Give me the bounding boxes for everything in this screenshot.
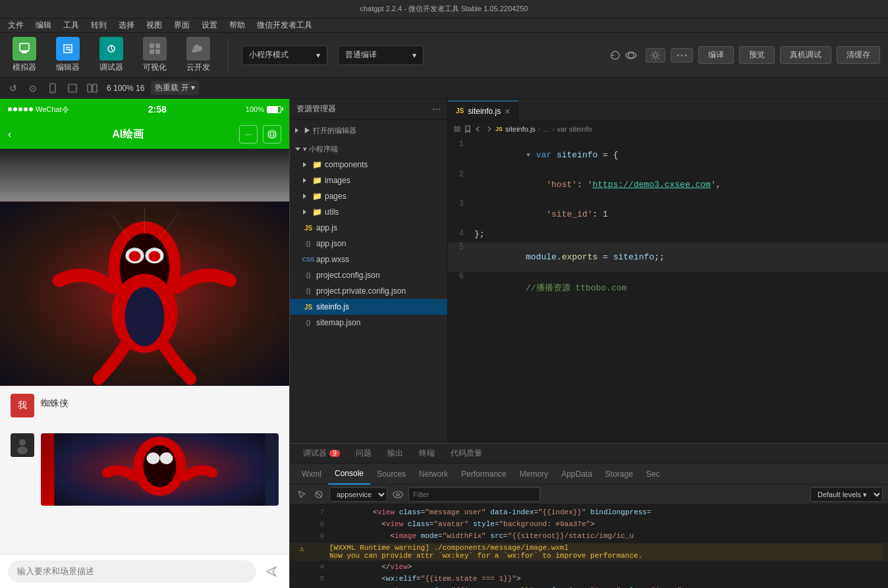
folder-components[interactable]: 📁 components xyxy=(290,157,447,173)
cloud-button[interactable]: 云开发 xyxy=(182,37,215,73)
menu-item-goto[interactable]: 转到 xyxy=(86,18,112,32)
levels-select[interactable]: Default levels ▾ xyxy=(810,487,883,502)
folder-utils[interactable]: 📁 utils xyxy=(290,204,447,220)
mode-dropdown[interactable]: 小程序模式 ▾ xyxy=(242,45,327,65)
nav-settings-button[interactable] xyxy=(263,125,281,144)
line-content-4: }; xyxy=(474,229,888,242)
open-editors-label: ▶ 打开的编辑器 xyxy=(304,126,356,136)
more-icon-btn[interactable] xyxy=(671,48,693,63)
file-more-icon[interactable]: ··· xyxy=(432,103,441,115)
svg-point-26 xyxy=(148,251,160,261)
settings-icon-btn[interactable] xyxy=(646,48,665,63)
editor-button[interactable]: 编辑器 xyxy=(51,37,84,73)
folder-images[interactable]: 📁 images xyxy=(290,173,447,188)
split-btn[interactable] xyxy=(84,80,100,96)
line-num-6: 6 xyxy=(448,272,474,304)
file-app-wxss[interactable]: CSS app.wxss xyxy=(290,252,447,267)
breadcrumb-file-icon: JS xyxy=(495,126,503,132)
console-line-5: 5 <wx:elif="{{item.state === 1}}"> xyxy=(448,574,888,585)
real-debug-button[interactable]: 真机调试 xyxy=(780,46,831,64)
visual-button[interactable]: 可视化 xyxy=(138,37,171,73)
back-button[interactable]: ↺ xyxy=(5,80,21,96)
miniapp-root-toggle[interactable]: ▾ 小程序端 xyxy=(290,141,447,157)
circle-btn[interactable]: ⊙ xyxy=(25,80,41,96)
folder-components-label: components xyxy=(325,160,368,169)
breadcrumb-bookmark-icon[interactable] xyxy=(464,125,472,133)
phone-status-bar: WeChat令 2:58 100% xyxy=(0,99,289,120)
titlebar: chatgpt 2.2.4 - 微信开发者工具 Stable 1.05.2204… xyxy=(0,0,888,18)
file-siteinfo-js[interactable]: JS siteinfo.js xyxy=(290,299,447,315)
miniapp-root-label: ▾ 小程序端 xyxy=(303,144,338,154)
preview-button[interactable]: 预览 xyxy=(739,46,775,64)
menu-item-wechat[interactable]: 微信开发者工具 xyxy=(252,18,318,32)
simulator-button[interactable]: 模拟器 xyxy=(8,37,41,73)
breadcrumb-back-icon[interactable] xyxy=(474,125,482,133)
devtools-tab-performance[interactable]: Performance xyxy=(455,464,513,485)
preview-icon[interactable] xyxy=(624,49,638,62)
menu-item-interface[interactable]: 界面 xyxy=(169,18,195,32)
tab-close-button[interactable]: × xyxy=(505,106,510,117)
compile-dropdown[interactable]: 普通编译 ▾ xyxy=(338,45,424,65)
phone-content[interactable]: 我 蜘蛛侠 xyxy=(0,149,289,554)
folder-pages-icon: 📁 xyxy=(312,191,322,201)
clear-save-button[interactable]: 清缓存 xyxy=(837,46,880,64)
devtools-tab-appdata[interactable]: AppData xyxy=(555,464,599,485)
file-project-private-config[interactable]: {} project.private.config.json xyxy=(290,283,447,299)
breadcrumb-forward-icon[interactable] xyxy=(485,125,493,133)
back-nav-button[interactable]: ‹ xyxy=(8,128,11,140)
devtools-tab-memory[interactable]: Memory xyxy=(513,464,555,485)
file-sitemap-json[interactable]: {} sitemap.json xyxy=(290,315,447,331)
devtools-tab-storage[interactable]: Storage xyxy=(599,464,640,485)
hot-reload-toggle[interactable]: 热重载 开 ▾ xyxy=(151,81,199,95)
miniapp-root-triangle xyxy=(295,147,300,151)
debugger-icon xyxy=(99,37,123,61)
breadcrumb-menu-icon[interactable] xyxy=(453,125,461,133)
svg-point-11 xyxy=(685,54,687,56)
file-sitemap-json-label: sitemap.json xyxy=(316,318,360,327)
editor-label: 编辑器 xyxy=(56,62,80,73)
bot-avatar xyxy=(11,433,34,457)
file-app-json[interactable]: {} app.json xyxy=(290,236,447,252)
bottom-tab-quality-label: 代码质量 xyxy=(451,448,482,459)
mobile-btn[interactable] xyxy=(45,80,61,96)
menu-item-help[interactable]: 帮助 xyxy=(224,18,250,32)
debugger-button[interactable]: 调试器 xyxy=(95,37,128,73)
svg-rect-17 xyxy=(93,84,97,92)
file-app-json-label: app.json xyxy=(316,239,346,248)
tablet-btn[interactable] xyxy=(65,80,80,96)
refresh-icon[interactable] xyxy=(609,49,622,62)
menu-item-tools[interactable]: 工具 xyxy=(58,18,84,32)
menu-item-select[interactable]: 选择 xyxy=(113,18,140,32)
line-num-5: 5 xyxy=(448,242,474,272)
filter-input[interactable] xyxy=(448,487,540,502)
open-editors-toggle[interactable]: ▶ 打开的编辑器 xyxy=(290,122,447,138)
signal-dot-3 xyxy=(18,107,22,111)
file-project-config[interactable]: {} project.config.json xyxy=(290,267,447,283)
folder-pages[interactable]: 📁 pages xyxy=(290,188,447,204)
file-app-js[interactable]: JS app.js xyxy=(290,220,447,236)
menu-item-view[interactable]: 视图 xyxy=(141,18,167,32)
secondary-toolbar: ↺ ⊙ 6 100% 16 热重载 开 ▾ xyxy=(0,78,888,99)
menu-item-edit[interactable]: 编辑 xyxy=(30,18,57,32)
menu-item-file[interactable]: 文件 xyxy=(3,18,29,32)
devtools-content[interactable]: 7 <view class="message user" data-index=… xyxy=(448,504,888,588)
devtools-tab-network[interactable]: Network xyxy=(448,464,455,485)
nav-more-button[interactable]: ··· xyxy=(239,125,258,144)
compile-button[interactable]: 编译 xyxy=(698,46,734,64)
signal-dots xyxy=(8,107,33,111)
menu-item-settings[interactable]: 设置 xyxy=(196,18,223,32)
chat-input[interactable] xyxy=(8,560,256,583)
editor-tab-siteinfo[interactable]: JS siteinfo.js × xyxy=(448,101,518,120)
console-line-9: 9 <image mode="widthFix" src="{{siteroot… xyxy=(448,531,888,543)
folder-components-icon: 📁 xyxy=(312,159,322,170)
devtools-tab-sec[interactable]: Sec xyxy=(640,464,667,485)
console-text-5: <wx:elif="{{item.state === 1}}"> xyxy=(448,575,883,583)
send-button[interactable] xyxy=(262,562,281,581)
svg-rect-6 xyxy=(150,49,154,54)
phone-time: 2:58 xyxy=(148,104,167,115)
link-demo3[interactable]: https://demo3.cxsee.com xyxy=(592,180,710,190)
svg-point-31 xyxy=(17,446,28,454)
svg-point-19 xyxy=(268,130,276,138)
bottom-tab-quality[interactable]: 代码质量 xyxy=(448,444,490,464)
svg-point-34 xyxy=(144,445,177,487)
